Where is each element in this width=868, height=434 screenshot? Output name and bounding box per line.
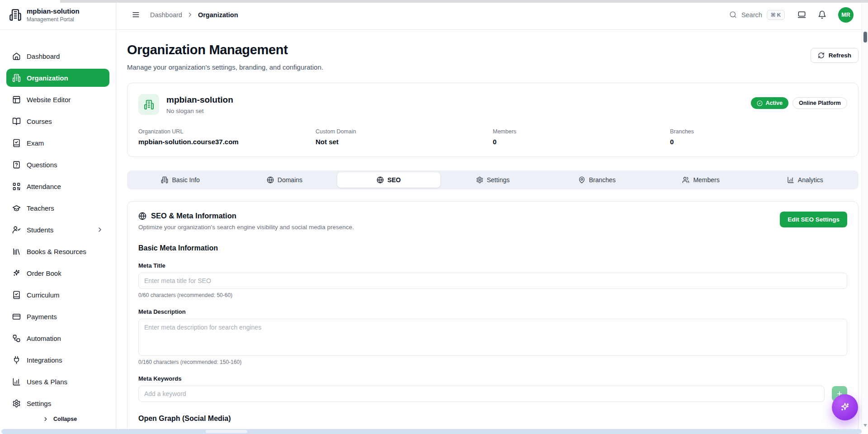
sidebar-item-label: Automation xyxy=(27,335,61,342)
main-content: Organization Management Manage your orga… xyxy=(116,30,868,434)
sparkles-icon xyxy=(840,402,850,413)
book-check-icon xyxy=(12,139,21,147)
vertical-scrollbar-thumb[interactable] xyxy=(863,32,867,42)
tab-label: Settings xyxy=(487,176,510,184)
tab-settings[interactable]: Settings xyxy=(441,172,544,188)
chevron-right-icon xyxy=(96,226,104,233)
user-avatar[interactable]: MR xyxy=(838,7,854,23)
page-title: Organization Management xyxy=(127,42,323,58)
sidebar-item-label: Order Book xyxy=(27,269,61,277)
scroll-down-arrow-icon[interactable] xyxy=(863,424,867,427)
credit-card-icon xyxy=(12,312,21,321)
sidebar-item-automation[interactable]: Automation xyxy=(6,329,109,347)
organization-name: mpbian-solution xyxy=(166,95,233,105)
breadcrumb-dashboard[interactable]: Dashboard xyxy=(150,11,182,19)
plug-icon xyxy=(12,356,21,364)
tab-seo[interactable]: SEO xyxy=(337,172,440,188)
building-icon xyxy=(144,99,154,110)
sidebar-item-courses[interactable]: Courses xyxy=(6,112,109,130)
collapse-label: Collapse xyxy=(53,416,77,422)
organization-slogan: No slogan set xyxy=(166,108,233,114)
sidebar-item-payments[interactable]: Payments xyxy=(6,307,109,326)
chevron-right-icon xyxy=(187,11,193,18)
file-question-icon xyxy=(12,160,21,169)
sidebar-item-teachers[interactable]: Teachers xyxy=(6,199,109,217)
qr-code-icon xyxy=(12,182,21,191)
field-value: Not set xyxy=(316,138,493,146)
search-label: Search xyxy=(741,11,762,19)
tab-label: Domains xyxy=(278,176,302,184)
sidebar-item-label: Dashboard xyxy=(27,52,60,60)
sidebar-nav: Dashboard Organization Website Editor Co… xyxy=(0,30,116,434)
sidebar-item-questions[interactable]: Questions xyxy=(6,156,109,174)
meta-description-label: Meta Description xyxy=(138,308,847,315)
gear-icon xyxy=(476,176,483,184)
notifications-button[interactable] xyxy=(818,10,826,19)
sidebar-item-books-resources[interactable]: Books & Resources xyxy=(6,242,109,260)
seo-section-title: SEO & Meta Information xyxy=(151,212,236,220)
tab-analytics[interactable]: Analytics xyxy=(754,172,857,188)
sidebar-item-attendance[interactable]: Attendance xyxy=(6,177,109,195)
status-badge-active: Active xyxy=(751,97,788,109)
vertical-scrollbar[interactable] xyxy=(862,0,868,429)
organization-avatar xyxy=(138,94,159,115)
sidebar-item-label: Website Editor xyxy=(27,96,71,104)
meta-keyword-input[interactable] xyxy=(138,386,825,402)
app-window: mpbian-solution Management Portal Dashbo… xyxy=(0,0,868,434)
sidebar-item-students[interactable]: Students xyxy=(6,221,109,239)
sidebar-item-curriculum[interactable]: Curriculum xyxy=(6,286,109,304)
globe-icon xyxy=(377,176,384,184)
refresh-button[interactable]: Refresh xyxy=(811,48,859,63)
field-label: Branches xyxy=(670,128,847,135)
breadcrumb: Dashboard Organization xyxy=(150,11,238,19)
window-edge xyxy=(60,0,868,3)
sidebar-item-settings[interactable]: Settings xyxy=(6,394,109,412)
users-icon xyxy=(682,176,689,184)
edit-seo-settings-button[interactable]: Edit SEO Settings xyxy=(780,212,847,227)
platform-badge: Online Platform xyxy=(793,97,847,109)
globe-icon xyxy=(138,212,146,220)
sidebar-header: mpbian-solution Management Portal xyxy=(0,0,116,30)
tab-branches[interactable]: Branches xyxy=(545,172,648,188)
menu-toggle-button[interactable] xyxy=(132,10,140,19)
sidebar-collapse-button[interactable]: Collapse xyxy=(42,416,109,422)
ai-assistant-fab[interactable] xyxy=(832,394,858,420)
meta-title-input[interactable] xyxy=(138,273,847,289)
meta-description-input[interactable] xyxy=(138,319,847,356)
graduation-cap-icon xyxy=(12,204,21,212)
sidebar-item-dashboard[interactable]: Dashboard xyxy=(6,47,109,65)
search-button[interactable]: Search ⌘ K xyxy=(729,10,785,20)
sidebar-item-integrations[interactable]: Integrations xyxy=(6,351,109,369)
layout-icon xyxy=(12,95,21,104)
sidebar-item-exam[interactable]: Exam xyxy=(6,134,109,152)
device-button[interactable] xyxy=(797,10,806,19)
tab-members[interactable]: Members xyxy=(649,172,752,188)
sidebar-item-label: Attendance xyxy=(27,183,61,190)
sidebar-item-uses-plans[interactable]: Uses & Plans xyxy=(6,373,109,391)
seo-section-subtitle: Optimize your organization's search engi… xyxy=(138,224,354,231)
sidebar-item-label: Curriculum xyxy=(27,291,60,299)
org-name: mpbian-solution xyxy=(27,7,80,15)
tab-domains[interactable]: Domains xyxy=(233,172,336,188)
org-field-url: Organization URL mpbian-solution.course3… xyxy=(138,128,316,146)
home-icon xyxy=(12,52,21,61)
breadcrumb-current: Organization xyxy=(198,11,238,19)
horizontal-scrollbar[interactable] xyxy=(1,429,862,434)
book-check-icon xyxy=(12,291,21,299)
field-value: 0 xyxy=(670,138,847,146)
tab-basic-info[interactable]: Basic Info xyxy=(129,172,232,188)
globe-icon xyxy=(267,176,274,184)
portal-subtitle: Management Portal xyxy=(27,16,80,23)
meta-title-label: Meta Title xyxy=(138,262,847,269)
sidebar-item-website-editor[interactable]: Website Editor xyxy=(6,90,109,108)
org-field-branches: Branches 0 xyxy=(670,128,847,146)
org-tabs: Basic Info Domains SEO Settings Branches… xyxy=(127,170,859,189)
horizontal-scrollbar-thumb[interactable] xyxy=(206,430,247,433)
sidebar-item-label: Payments xyxy=(27,313,57,321)
organization-card: mpbian-solution No slogan set Active Onl… xyxy=(127,83,859,157)
sidebar-item-organization[interactable]: Organization xyxy=(6,69,109,87)
sidebar-item-order-book[interactable]: Order Book xyxy=(6,264,109,282)
sidebar-item-label: Organization xyxy=(27,74,68,82)
field-label: Members xyxy=(493,128,670,135)
chevron-right-icon xyxy=(42,416,49,422)
